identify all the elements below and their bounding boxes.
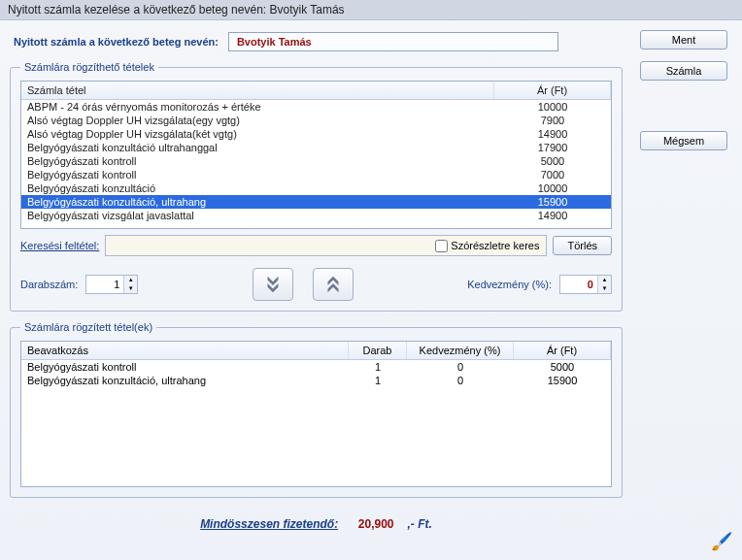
total-label: Mindösszesen fizetendő: [200,517,338,531]
partial-search-checkbox[interactable]: Szórészletre keres [435,240,543,252]
qty-up[interactable]: ▲ [124,276,137,284]
available-items-table[interactable]: Számla tétel Ár (Ft) ABPM - 24 órás vérn… [20,81,612,229]
recorded-items-group: Számlára rögzített tétel(ek) Beavatkozás… [10,321,623,498]
partial-search-check[interactable] [435,240,448,252]
qty-down[interactable]: ▼ [124,284,137,293]
move-up-button[interactable] [313,268,354,301]
rcol-price[interactable]: Ár (Ft) [514,342,611,359]
qty-input[interactable] [86,276,123,293]
search-input[interactable]: Szórészletre keres [105,235,547,256]
discount-label: Kedvezmény (%): [467,279,552,290]
table-row[interactable]: Belgyógyászati konzultáció ultrahanggal1… [21,141,611,154]
save-button[interactable]: Ment [640,30,727,49]
recorded-items-table[interactable]: Beavatkozás Darab Kedvezmény (%) Ár (Ft)… [20,341,612,487]
table-row[interactable]: Belgyógyászati konzultáció, ultrahang159… [21,195,611,209]
table-row[interactable]: Alsó végtag Doppler UH vizsgálata(két vg… [21,127,611,141]
window-title: Nyitott számla kezelése a következő bete… [0,0,742,20]
disc-up[interactable]: ▲ [598,276,611,284]
rcol-qty[interactable]: Darab [349,342,407,359]
total-suffix: ,- Ft. [408,517,432,531]
col-header-price[interactable]: Ár (Ft) [494,82,611,99]
chevron-down-icon [262,274,284,295]
partial-search-label: Szórészletre keres [451,240,539,251]
table-row[interactable]: Alsó végtag Doppler UH vizsgálata(egy vg… [21,114,611,127]
delete-button[interactable]: Törlés [553,236,612,255]
disc-down[interactable]: ▼ [598,284,611,293]
move-down-button[interactable] [253,268,293,301]
table-row[interactable]: ABPM - 24 órás vérnyomás monitorozás + é… [21,100,611,114]
search-label[interactable]: Keresési feltétel: [20,240,99,251]
rcol-name[interactable]: Beavatkozás [21,342,349,359]
table-row[interactable]: Belgyógyászati kontroll5000 [21,154,611,168]
available-items-legend: Számlára rögzíthető tételek [20,61,158,73]
discount-input[interactable] [560,276,597,293]
chevron-up-icon [322,274,344,295]
table-row[interactable]: Belgyógyászati vizsgálat javaslattal1490… [21,209,611,222]
table-row[interactable]: Belgyógyászati kontroll7000 [21,168,611,181]
table-row[interactable]: Belgyógyászati konzultáció10000 [21,181,611,195]
qty-spinner[interactable]: ▲▼ [85,275,138,294]
available-items-group: Számlára rögzíthető tételek Számla tétel… [10,61,623,312]
total-row: Mindösszesen fizetendő: 20,900 ,- Ft. [10,508,623,531]
total-amount: 20,900 [358,517,394,531]
table-row[interactable]: Belgyógyászati kontroll105000 [21,360,611,374]
cancel-button[interactable]: Mégsem [640,131,727,150]
table-row[interactable]: Belgyógyászati konzultáció, ultrahang101… [21,374,611,387]
discount-spinner[interactable]: ▲▼ [559,275,612,294]
invoice-button[interactable]: Számla [640,61,727,81]
patient-label: Nyitott számla a következő beteg nevén: [14,36,219,48]
rcol-disc[interactable]: Kedvezmény (%) [407,342,514,359]
col-header-name[interactable]: Számla tétel [21,82,494,99]
qty-label: Darabszám: [20,279,78,290]
brush-icon[interactable]: 🖌️ [711,531,732,552]
recorded-items-legend: Számlára rögzített tétel(ek) [20,321,156,333]
patient-name-field: Bvotyik Tamás [228,32,558,51]
